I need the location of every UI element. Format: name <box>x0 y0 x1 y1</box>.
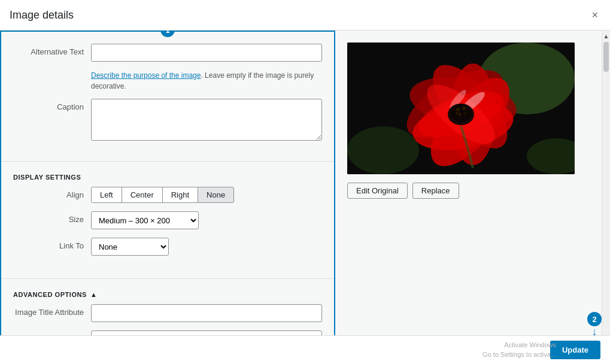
svg-point-19 <box>464 112 467 115</box>
img-css-input[interactable] <box>91 330 322 335</box>
right-scrollbar: ▲ <box>602 31 610 335</box>
align-center-button[interactable]: Center <box>122 187 163 203</box>
alt-text-input[interactable] <box>91 44 322 62</box>
left-panel: Alternative Text Describe the purpose of… <box>0 31 335 335</box>
activate-windows-text: Activate Windows Go to Settings to activ… <box>482 341 556 359</box>
badge-2-group: 2 ↓ <box>587 312 602 337</box>
svg-point-18 <box>459 113 462 116</box>
dialog-title: Image details <box>10 9 74 22</box>
svg-point-17 <box>462 107 466 110</box>
align-group: Left Center Right None <box>91 187 234 203</box>
align-label: Align <box>13 187 91 199</box>
caption-input[interactable] <box>91 99 322 141</box>
dialog-body: 1 Alternative Text Describe the purpose … <box>0 31 610 335</box>
right-panel: Edit Original Replace <box>335 31 602 335</box>
size-row: Size Medium – 300 × 200 Large Full Size … <box>13 211 322 229</box>
alt-text-label: Alternative Text <box>13 44 91 56</box>
scroll-thumb[interactable] <box>603 42 609 72</box>
link-to-select[interactable]: None Media File Attachment Page Custom U… <box>91 238 169 256</box>
svg-point-16 <box>456 108 460 111</box>
alt-text-helper: Describe the purpose of the image. Leave… <box>91 70 322 92</box>
img-css-row: Image CSS Class <box>13 330 322 335</box>
advanced-options-label: ADVANCED OPTIONS <box>13 291 87 298</box>
replace-button[interactable]: Replace <box>412 183 459 199</box>
down-arrow-icon: ↓ <box>592 326 597 337</box>
activate-line1: Activate Windows <box>482 341 556 350</box>
img-title-label: Image Title Attribute <box>13 304 91 317</box>
align-row: Align Left Center Right None <box>13 187 322 203</box>
advanced-options-icon: ▲ <box>90 291 97 298</box>
flower-svg <box>347 43 575 174</box>
svg-point-15 <box>450 104 472 122</box>
size-label: Size <box>13 211 91 224</box>
activate-line2: Go to Settings to activa... <box>482 350 556 359</box>
update-button[interactable]: Update <box>550 341 600 359</box>
image-details-dialog: Image details × 1 Alternative Text Descr… <box>0 0 610 364</box>
image-preview <box>347 43 575 174</box>
size-select[interactable]: Medium – 300 × 200 Large Full Size Custo… <box>91 211 199 229</box>
svg-point-20 <box>456 112 458 114</box>
align-none-button[interactable]: None <box>198 187 234 203</box>
link-to-label: Link To <box>13 238 91 250</box>
display-settings-title: DISPLAY SETTINGS <box>1 168 334 187</box>
scroll-up-arrow[interactable]: ▲ <box>603 33 609 40</box>
advanced-options-toggle[interactable]: ADVANCED OPTIONS ▲ <box>1 285 334 304</box>
divider-1 <box>1 161 334 162</box>
alt-text-section: Alternative Text Describe the purpose of… <box>1 32 334 155</box>
alt-text-row: Alternative Text <box>13 44 322 62</box>
close-button[interactable]: × <box>589 7 600 23</box>
divider-2 <box>1 278 334 279</box>
align-left-button[interactable]: Left <box>91 187 122 203</box>
edit-original-button[interactable]: Edit Original <box>347 183 408 199</box>
align-right-button[interactable]: Right <box>162 187 198 203</box>
caption-label: Caption <box>13 99 91 111</box>
svg-point-2 <box>347 126 419 174</box>
advanced-section: Image Title Attribute Image CSS Class <box>1 304 334 335</box>
badge-2: 2 <box>587 312 602 326</box>
link-to-row: Link To None Media File Attachment Page … <box>13 238 322 256</box>
display-settings-section: Align Left Center Right None Size Medium… <box>1 187 334 272</box>
image-action-buttons: Edit Original Replace <box>347 183 584 199</box>
img-title-row: Image Title Attribute <box>13 304 322 322</box>
caption-row: Caption <box>13 99 322 141</box>
dialog-footer: 2 ↓ Activate Windows Go to Settings to a… <box>0 335 610 364</box>
img-title-input[interactable] <box>91 304 322 322</box>
img-css-label: Image CSS Class <box>13 330 91 335</box>
dialog-header: Image details × <box>0 0 610 31</box>
right-area: Edit Original Replace ▲ <box>335 31 610 335</box>
alt-text-helper-link[interactable]: Describe the purpose of the image <box>91 71 201 80</box>
